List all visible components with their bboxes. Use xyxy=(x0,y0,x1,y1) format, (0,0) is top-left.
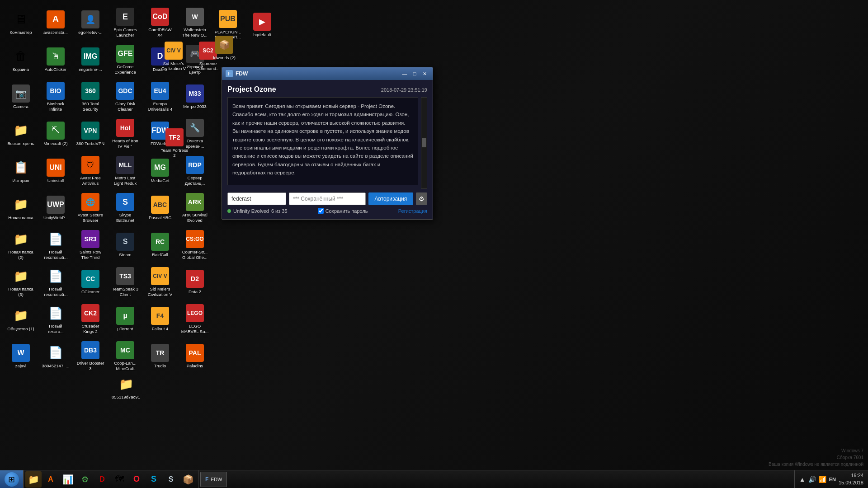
list-item[interactable]: LEGO LEGO MARVEL Su... xyxy=(179,301,211,337)
taskbar-avast-icon[interactable]: A xyxy=(42,471,59,488)
fdw-register-link[interactable]: Регистрация xyxy=(398,208,427,214)
tray-network-icon[interactable]: 🔊 xyxy=(808,476,816,483)
list-item[interactable]: 📁 Всякая хрень xyxy=(5,116,37,152)
list-item[interactable]: VPN 360 TurboVPN xyxy=(74,116,107,152)
list-item[interactable]: 👤 egor-letov-... xyxy=(74,5,107,41)
taskbar-bar-icon[interactable]: 📊 xyxy=(60,471,76,488)
fdw-content: Project Ozone 2018-07-29 23:51:19 Всем п… xyxy=(222,80,433,219)
windows-watermark: Windows 7 Сборка 7601 Ваша копия Windows… xyxy=(769,447,863,468)
list-item[interactable]: GDC Glary Disk Cleaner xyxy=(109,79,142,115)
list-item[interactable]: 📁 Новая папка (2) xyxy=(5,227,37,263)
list-item[interactable]: PAL Paladins xyxy=(179,338,211,374)
list-item[interactable]: ▶ hqdefault xyxy=(246,8,278,42)
list-item[interactable]: W zajavl xyxy=(5,338,37,374)
list-item[interactable]: 📋 История xyxy=(5,153,37,189)
fdw-scroll-thumb[interactable] xyxy=(422,138,426,147)
list-item[interactable]: BIO Bioshock Infinite xyxy=(39,79,72,115)
list-item[interactable]: 🖥 Компьютер xyxy=(5,5,37,41)
list-item[interactable]: 📄 Новый текстовый... xyxy=(39,264,72,300)
list-item[interactable]: 📁 Общество (1) xyxy=(5,301,37,337)
fdw-message-area[interactable]: Всем привет. Сегодня мы открываем новый … xyxy=(227,97,418,185)
list-item[interactable]: 360 360 Total Security xyxy=(74,79,107,115)
taskbar-map-icon[interactable]: 🗺 xyxy=(111,471,127,488)
list-item[interactable]: 📄 Новый текстовый... xyxy=(39,227,72,263)
fdw-maximize-button[interactable]: □ xyxy=(410,70,419,78)
taskbar-quicklaunch: 📁 A 📊 ⚙ D 🗺 O S S 📦 xyxy=(24,470,198,488)
list-item[interactable]: A avast-insta... xyxy=(39,5,72,41)
tray-arrow-icon[interactable]: ▲ xyxy=(799,476,806,483)
list-item[interactable]: 🌐 Avast Secure Browser xyxy=(74,190,107,226)
fdw-password-input[interactable] xyxy=(289,192,366,205)
list-item[interactable]: UWP UnityWebP... xyxy=(39,190,72,226)
taskbar-steam-icon[interactable]: S xyxy=(163,471,179,488)
tray-volume-icon[interactable]: 📶 xyxy=(819,476,826,483)
list-item[interactable]: D2 Dota 2 xyxy=(179,264,211,300)
list-item[interactable]: 📁 Новая папка (3) xyxy=(5,264,37,300)
list-item[interactable]: TS3 TeamSpeak 3 Client xyxy=(109,264,142,300)
list-item[interactable]: MC Coop-Lan... MineCraft xyxy=(109,338,142,374)
list-item[interactable]: M33 Метро 2033 xyxy=(179,79,211,115)
list-item[interactable]: 📁 055119d7ac91 xyxy=(109,375,143,411)
list-item[interactable]: E Epic Games Launcher xyxy=(109,5,142,41)
list-item[interactable]: CIV V Sid Meiers Civilization V xyxy=(144,264,176,300)
taskbar-skype-icon[interactable]: S xyxy=(146,471,162,488)
fdw-header: Project Ozone 2018-07-29 23:51:19 xyxy=(227,85,427,94)
list-item[interactable]: ARK ARK Survival Evolved xyxy=(179,190,211,226)
list-item[interactable]: 📷 Camera xyxy=(5,79,37,115)
taskbar-db-icon[interactable]: 📦 xyxy=(180,471,196,488)
fdw-scrollbar[interactable] xyxy=(421,97,427,189)
list-item[interactable]: ABC Pascal ABC xyxy=(144,190,176,226)
list-item[interactable]: CS:GO Counter-Str... Global Offe... xyxy=(179,227,211,263)
fdw-settings-button[interactable]: ⚙ xyxy=(416,192,427,205)
taskbar-explorer-icon[interactable]: 📁 xyxy=(25,471,42,488)
list-item[interactable]: CC CCleaner xyxy=(74,264,107,300)
fdw-message-text: Всем привет. Сегодня мы открываем новый … xyxy=(232,102,413,185)
list-item[interactable]: DB3 Driver Booster 3 xyxy=(74,338,107,374)
taskbar-dota-icon[interactable]: D xyxy=(94,471,110,488)
taskbar-app-fdw[interactable]: F FDW xyxy=(200,472,227,487)
fdw-window-title: FDW xyxy=(236,70,400,77)
list-item[interactable]: 🖱 AutoClicker xyxy=(39,42,72,78)
taskbar-app-fdw-label: FDW xyxy=(211,477,222,482)
list-item[interactable]: SR3 Saints Row The Third xyxy=(74,227,107,263)
list-item[interactable]: S Skype Battle.net xyxy=(109,190,142,226)
list-item[interactable]: 📁 Новая папка xyxy=(5,190,37,226)
list-item[interactable]: EU4 Europa Universalis 4 xyxy=(144,79,176,115)
fdw-username-input[interactable] xyxy=(227,192,286,205)
fdworlds-icon[interactable]: 📦 fdworlds (2) xyxy=(208,34,241,62)
list-item[interactable]: F4 Fallout 4 xyxy=(144,301,176,337)
fdw-timestamp: 2018-07-29 23:51:19 xyxy=(381,87,427,93)
list-item[interactable]: CoD CorelDRAW X4 xyxy=(144,5,176,41)
list-item[interactable]: 🗑 Корзина xyxy=(5,42,37,78)
taskbar: ⊞ 📁 A 📊 ⚙ D 🗺 O S S 📦 F FDW ▲ 🔊 📶 EN xyxy=(0,470,868,488)
fdw-server-status-name: Unfinity Evolved xyxy=(233,208,269,214)
start-button[interactable]: ⊞ xyxy=(0,470,24,488)
tray-date: 15.09.2018 xyxy=(839,479,863,486)
fdw-save-password-checkbox[interactable] xyxy=(318,208,324,214)
list-item[interactable]: CK2 Crusader Kings 2 xyxy=(74,301,107,337)
list-item[interactable]: MLL Metro Last Light Redux xyxy=(109,153,142,189)
list-item[interactable]: S Steam xyxy=(109,227,142,263)
taskbar-shield-icon[interactable]: ⚙ xyxy=(77,471,93,488)
fdw-status-row: Unfinity Evolved 6 из 35 Сохранить парол… xyxy=(227,208,427,214)
list-item[interactable]: TF2 Team Fortress 2 xyxy=(158,127,191,160)
fdw-auth-button[interactable]: Авторизация xyxy=(368,192,414,205)
taskbar-opera-icon[interactable]: O xyxy=(128,471,145,488)
list-item[interactable]: UNI Uninstall xyxy=(39,153,72,189)
tray-language[interactable]: EN xyxy=(829,477,836,482)
list-item[interactable]: W Wolfenstein The New O... xyxy=(179,5,211,41)
fdw-minimize-button[interactable]: — xyxy=(400,70,409,78)
fdw-close-button[interactable]: ✕ xyxy=(420,70,429,78)
list-item[interactable]: µ µTorrent xyxy=(109,301,142,337)
list-item[interactable]: ⛏ Minecraft (2) xyxy=(39,116,72,152)
list-item[interactable]: 🛡 Avast Free Antivirus xyxy=(74,153,107,189)
list-item[interactable]: IMG imgonline-... xyxy=(74,42,107,78)
list-item[interactable]: TR Trudio xyxy=(144,338,176,374)
list-item[interactable]: GFE GeForce Experience xyxy=(109,42,142,78)
list-item[interactable]: 📄 380452147_... xyxy=(39,338,72,374)
tray-clock[interactable]: 19:24 15.09.2018 xyxy=(839,472,863,486)
list-item[interactable]: 📄 Новый тексто... xyxy=(39,301,72,337)
list-item[interactable]: RC RaidCall xyxy=(144,227,176,263)
list-item[interactable]: CIV V Sid Meier's Civilization V xyxy=(157,40,190,73)
list-item[interactable]: HoI Hearts of Iron IV Fie " xyxy=(109,116,142,152)
